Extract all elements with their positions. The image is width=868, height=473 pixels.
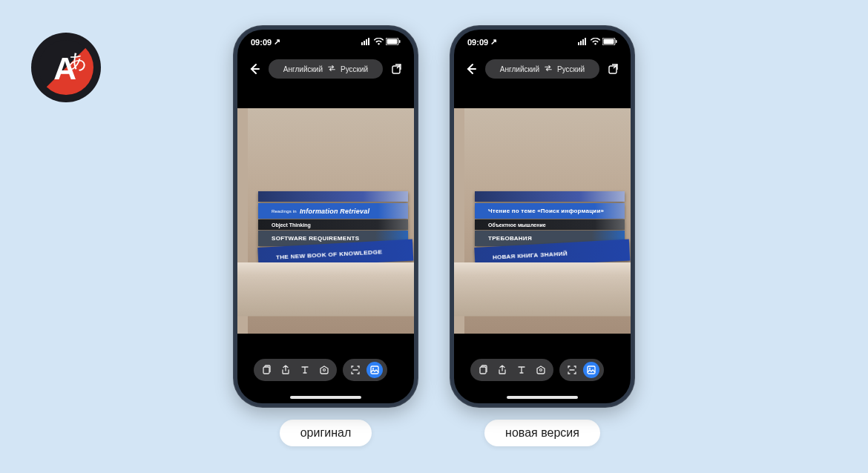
svg-rect-19 [582,39,584,45]
image-button[interactable] [366,362,383,378]
book-spine: Readings in Information Retrieval [258,203,408,219]
svg-rect-15 [371,366,378,374]
language-selector[interactable]: Английский Русский [269,59,383,79]
book-spine [258,191,408,202]
book-spine: Object Thinking [258,219,408,230]
text-button[interactable] [297,362,313,378]
photo-viewport[interactable]: Чтение по теме «Поиск информации» Объект… [454,108,631,334]
svg-rect-12 [392,66,400,73]
phone-notch [505,30,579,46]
scan-button[interactable] [564,362,580,378]
svg-rect-13 [263,367,269,374]
copy-button[interactable] [475,362,491,378]
svg-rect-18 [580,41,582,45]
share-button[interactable] [494,362,510,378]
scan-button[interactable] [347,362,364,378]
image-button[interactable] [583,362,599,378]
phone-frame: 09:09 ↗ Английский [450,25,635,408]
language-selector[interactable]: Английский Русский [485,59,599,79]
tool-group-right [343,359,387,381]
text-button[interactable] [513,362,530,378]
svg-rect-22 [604,39,614,44]
signal-icon [578,38,588,47]
status-time: 09:09 [251,38,272,47]
wifi-icon [374,38,384,47]
svg-rect-10 [399,40,401,43]
new-window-button[interactable] [389,61,405,77]
copy-button[interactable] [258,362,274,378]
phone-notch [289,30,363,46]
svg-rect-7 [368,38,369,45]
svg-rect-4 [361,42,363,45]
back-button[interactable] [246,61,263,77]
phone-original: 09:09 ↗ Английский [233,25,418,446]
wifi-icon [591,38,600,47]
share-button[interactable] [277,362,294,378]
swap-icon [327,64,336,74]
book-spine: Объектное мышление [475,219,625,230]
svg-rect-26 [480,367,486,374]
svg-rect-6 [366,39,367,45]
swap-icon [544,64,553,74]
svg-rect-20 [585,38,586,45]
caption-translated: новая версия [484,420,600,446]
phone-translated: 09:09 ↗ Английский [450,25,635,446]
phone-frame: 09:09 ↗ Английский [233,25,418,408]
tool-group-right [559,359,604,381]
tool-group-left [254,359,337,381]
svg-rect-5 [364,41,365,45]
book-spine [475,191,625,202]
svg-rect-9 [387,39,398,44]
tag-button[interactable] [316,362,332,378]
nav-bar: Английский Русский [463,59,622,79]
back-button[interactable] [463,61,479,77]
caption-original: оригинал [280,420,372,446]
new-window-button[interactable] [605,61,622,77]
svg-rect-28 [588,366,595,374]
nav-bar: Английский Русский [246,59,405,79]
status-time: 09:09 [467,38,488,47]
tag-button[interactable] [533,362,549,378]
svg-rect-23 [616,40,617,43]
location-icon: ↗ [490,37,497,47]
svg-point-27 [540,369,542,371]
location-icon: ↗ [274,37,280,47]
lang-from: Английский [283,65,323,73]
battery-icon [602,38,617,47]
battery-icon [386,38,401,47]
photo-viewport[interactable]: Readings in Information Retrieval Object… [237,108,414,334]
lang-to: Русский [557,65,585,73]
lang-to: Русский [341,65,368,73]
tool-group-left [470,359,553,381]
signal-icon [361,38,372,47]
toolbar [254,359,398,381]
svg-point-14 [323,369,326,371]
lang-from: Английский [500,65,539,73]
home-indicator[interactable] [507,396,578,399]
home-indicator[interactable] [290,396,361,399]
svg-rect-17 [578,42,579,45]
book-spine: Чтение по теме «Поиск информации» [475,203,625,219]
svg-rect-25 [609,66,617,73]
svg-point-29 [589,368,591,369]
toolbar [470,359,614,381]
svg-point-16 [372,368,374,369]
